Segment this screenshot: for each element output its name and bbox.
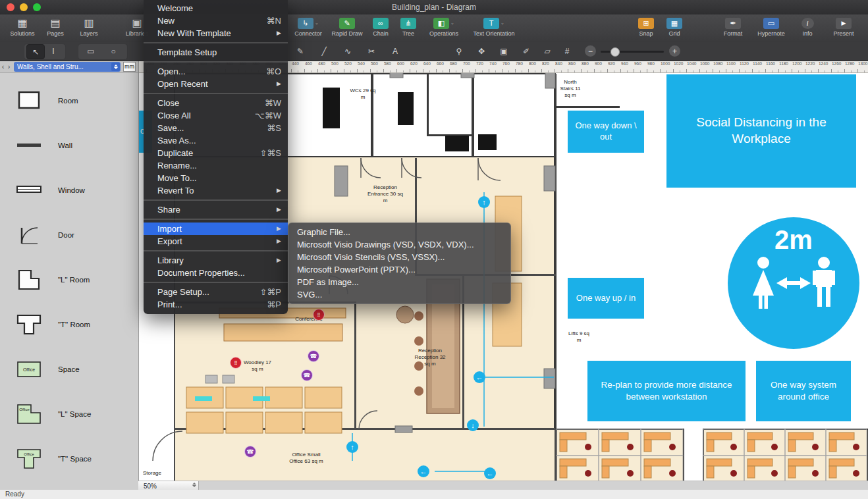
zoom-in-button[interactable]: + — [669, 45, 680, 57]
menu-item-label: Save As... — [157, 134, 196, 147]
toolbar-button-grid[interactable]: ▦Grid — [661, 16, 688, 37]
menu-item-save-as[interactable]: Save As... — [144, 134, 288, 147]
library-item-l-room[interactable]: "L" Room — [0, 257, 138, 302]
import-submenu-item-svg[interactable]: SVG... — [288, 288, 510, 301]
import-submenu-item-microsoft-powerpoint-pptx[interactable]: Microsoft PowerPoint (PPTX)... — [288, 263, 510, 276]
toolbar-button-operations[interactable]: ◧⌄Operations — [423, 16, 465, 37]
flow-arrow-icon[interactable]: ↑ — [346, 441, 358, 453]
toolbar-button-text-orientation[interactable]: T⌄Text Orientation — [468, 16, 520, 37]
flow-arrow-icon[interactable]: ← — [418, 465, 429, 477]
tool-curve[interactable]: ∿ — [339, 44, 356, 58]
menu-item-welcome[interactable]: Welcome — [144, 2, 288, 14]
close-window-button[interactable] — [7, 3, 14, 11]
canvas-zoom-control[interactable]: 50% — [138, 481, 199, 490]
phone-badge-icon[interactable]: ☎ — [244, 446, 256, 458]
import-submenu-item-graphic-file[interactable]: Graphic File... — [288, 226, 510, 238]
library-item-door[interactable]: Door — [0, 213, 138, 257]
library-item-t-room[interactable]: "T" Room — [0, 302, 138, 347]
ruler-tick — [594, 69, 595, 72]
sign-social-distancing[interactable]: Social Distancing in the Workplace — [666, 74, 856, 188]
menu-item-rename[interactable]: Rename... — [144, 159, 288, 172]
menu-item-close-all[interactable]: Close All⌥⌘W — [144, 109, 288, 122]
menu-item-open-recent[interactable]: Open Recent▶ — [144, 78, 288, 90]
tool-stamp-tool[interactable]: ▣ — [495, 44, 513, 58]
distance-2m-badge[interactable]: 2m — [728, 217, 859, 349]
ruler-tick-label: 1120 — [740, 61, 749, 66]
tool-line[interactable]: ╱ — [315, 44, 333, 58]
tool-text-select[interactable]: I — [45, 44, 62, 58]
toolbar-button-rapid-draw[interactable]: ✎Rapid Draw — [329, 16, 365, 37]
zoom-out-button[interactable]: − — [585, 45, 596, 57]
zoom-slider-handle[interactable] — [610, 47, 620, 57]
canvas-bottom-strip: 50% — [138, 481, 868, 490]
menu-item-document-properties[interactable]: Document Properties... — [144, 267, 288, 279]
alert-badge-icon[interactable]: ‼ — [313, 309, 325, 321]
tool-ellipse-tool[interactable]: ○ — [103, 44, 124, 58]
tool-rect-tool[interactable]: ▭ — [80, 44, 101, 58]
tool-eraser[interactable]: ▱ — [538, 44, 556, 58]
menu-item-new[interactable]: New⌘N — [144, 14, 288, 27]
toolbar-button-format[interactable]: ✒Format — [717, 16, 749, 37]
library-prev-button[interactable]: ‹ — [0, 63, 6, 70]
minimize-window-button[interactable] — [20, 3, 28, 11]
menu-item-library[interactable]: Library▶ — [144, 254, 288, 267]
import-submenu-item-microsoft-visio-stencils-vss-vssx[interactable]: Microsoft Visio Stencils (VSS, VSSX)... — [288, 251, 510, 263]
sign-one-way-up[interactable]: One way up / in — [568, 278, 644, 319]
menu-item-template-setup[interactable]: Template Setup — [144, 46, 288, 59]
menu-item-duplicate[interactable]: Duplicate⇧⌘S — [144, 147, 288, 159]
tool-text-image[interactable]: A — [385, 44, 405, 58]
library-dropdown[interactable]: Walls, Shell and Stru... — [14, 62, 121, 72]
menu-item-import[interactable]: Import▶ — [144, 223, 288, 235]
toolbar-button-snap[interactable]: ⊞Snap — [632, 16, 660, 37]
flow-arrow-icon[interactable]: ↓ — [467, 419, 479, 431]
menu-item-move-to[interactable]: Move To... — [144, 172, 288, 184]
menu-item-share[interactable]: Share▶ — [144, 203, 288, 216]
menu-item-new-with-template[interactable]: New With Template▶ — [144, 27, 288, 39]
menu-item-print[interactable]: Print...⌘P — [144, 298, 288, 311]
phone-badge-icon[interactable]: ☎ — [308, 350, 319, 362]
ruler-tick — [396, 69, 397, 72]
zoom-window-button[interactable] — [33, 3, 41, 11]
toolbar-button-info[interactable]: iInfo — [796, 16, 819, 37]
toolbar-button-hypernote[interactable]: ▭Hypernote — [752, 16, 790, 37]
import-submenu-item-microsoft-visio-drawings-vsd-vsdx-vdx[interactable]: Microsoft Visio Drawings (VSD, VSDX, VDX… — [288, 238, 510, 251]
toolbar-button-chain[interactable]: ∞Chain — [367, 16, 394, 37]
menu-item-export[interactable]: Export▶ — [144, 235, 288, 248]
menu-item-open[interactable]: Open...⌘O — [144, 65, 288, 78]
menu-item-save[interactable]: Save...⌘S — [144, 122, 288, 134]
menu-item-close[interactable]: Close⌘W — [144, 97, 288, 109]
ruler-tick — [528, 69, 529, 72]
flow-arrow-icon[interactable]: ↑ — [478, 196, 490, 208]
tool-select[interactable]: ↖ — [26, 44, 45, 59]
library-next-button[interactable]: › — [6, 63, 12, 70]
sign-replan[interactable]: Re-plan to provide more distance between… — [587, 361, 746, 421]
toolbar-button-layers[interactable]: ▥Layers — [74, 16, 104, 37]
toolbar-button-present[interactable]: ▶Present — [826, 16, 861, 37]
toolbar-button-solutions[interactable]: ▦Solutions — [7, 16, 38, 37]
toolbar-button-tree[interactable]: ⋔Tree — [396, 16, 420, 37]
flow-arrow-icon[interactable]: ← — [484, 467, 496, 479]
tool-pan-tool[interactable]: ✥ — [472, 44, 491, 58]
menu-item-revert-to[interactable]: Revert To▶ — [144, 184, 288, 197]
tool-pencil[interactable]: ✎ — [292, 44, 309, 58]
library-item-wall[interactable]: Wall — [0, 123, 138, 168]
flow-arrow-icon[interactable]: ← — [474, 371, 485, 383]
tool-eyedropper[interactable]: ✐ — [517, 44, 535, 58]
sign-one-way-system[interactable]: One way system around office — [756, 361, 851, 421]
import-submenu-item-pdf-as-image[interactable]: PDF as Image... — [288, 276, 510, 288]
library-item-room[interactable]: Room — [0, 78, 138, 123]
plan-shape — [414, 386, 423, 396]
library-item-t-space[interactable]: Office"T" Space — [0, 436, 138, 481]
library-item-space[interactable]: OfficeSpace — [0, 347, 138, 392]
tool-zoom-tool[interactable]: ⚲ — [450, 44, 468, 58]
sign-one-way-down[interactable]: One way down \ out — [568, 111, 644, 153]
alert-badge-icon[interactable]: ‼ — [230, 357, 242, 369]
toolbar-button-pages[interactable]: ▤Pages — [41, 16, 70, 37]
library-item-l-space[interactable]: Office"L" Space — [0, 392, 138, 436]
tool-crop-tool[interactable]: # — [558, 44, 576, 58]
phone-badge-icon[interactable]: ☎ — [301, 369, 313, 381]
toolbar-button-connector[interactable]: ↳⌄Connector — [290, 16, 327, 37]
tool-scissors[interactable]: ✂ — [363, 44, 380, 58]
menu-item-page-setup[interactable]: Page Setup...⇧⌘P — [144, 286, 288, 298]
library-item-window[interactable]: Window — [0, 168, 138, 213]
